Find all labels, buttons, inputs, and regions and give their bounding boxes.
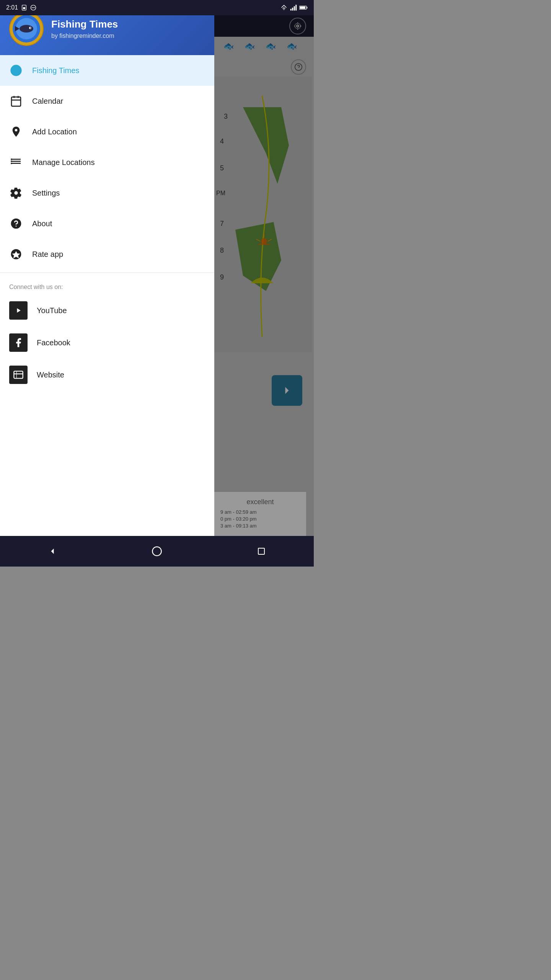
menu-item-manage-locations[interactable]: Manage Locations [0,147,214,178]
gear-icon [9,186,23,200]
website-icon [13,369,24,380]
connect-label: Connect with us on: [9,284,205,291]
svg-point-45 [11,163,12,164]
svg-marker-50 [17,308,21,313]
sim-card-icon [21,5,27,11]
svg-rect-6 [294,6,295,10]
svg-point-47 [16,225,17,227]
youtube-icon [13,305,24,316]
signal-icon [290,5,297,11]
app-title: Fishing Times [51,18,118,30]
svg-marker-54 [51,549,54,554]
wifi-icon [280,5,288,11]
clock-icon [9,64,23,77]
svg-rect-10 [300,7,305,9]
menu-item-fishing-times[interactable]: Fishing Times [0,55,214,86]
menu-item-rate-app[interactable]: Rate app [0,239,214,270]
youtube-label: YouTube [37,306,67,315]
status-bar-left: 2:01 [6,4,36,11]
svg-rect-5 [292,8,293,11]
rate-app-label: Rate app [32,250,63,259]
svg-rect-56 [258,548,264,554]
facebook-label: Facebook [37,338,70,347]
menu-item-calendar[interactable]: Calendar [0,86,214,116]
app-info: Fishing Times by fishingreminder.com [51,18,118,39]
svg-rect-51 [14,371,23,379]
help-circle-icon [9,217,23,230]
menu-item-settings[interactable]: Settings [0,178,214,208]
svg-point-43 [11,158,12,160]
calendar-icon [9,94,23,108]
drawer-divider [0,273,214,273]
back-button[interactable] [41,540,64,563]
social-item-youtube[interactable]: YouTube [9,294,205,327]
facebook-icon [13,337,24,348]
battery-icon [299,5,308,10]
svg-point-39 [15,129,18,132]
svg-rect-35 [11,97,21,106]
website-icon-box [9,366,28,384]
star-icon [9,247,23,261]
youtube-icon-box [9,301,28,320]
list-icon [9,155,23,169]
do-not-disturb-icon [30,5,36,11]
app-logo [9,11,44,46]
website-label: Website [37,371,64,379]
fishing-times-label: Fishing Times [32,66,79,75]
drawer-body: Fishing Times Calendar Add [0,55,214,567]
manage-locations-label: Manage Locations [32,158,95,167]
svg-rect-7 [295,5,297,11]
connect-section: Connect with us on: YouTube Facebook [0,276,214,395]
about-label: About [32,219,52,228]
menu-item-about[interactable]: About [0,208,214,239]
navigation-drawer: Fishing Times by fishingreminder.com Fis… [0,0,214,567]
svg-rect-4 [290,9,292,11]
svg-point-31 [20,25,33,33]
social-item-facebook[interactable]: Facebook [9,327,205,359]
status-time: 2:01 [6,4,18,11]
svg-point-33 [30,28,31,29]
svg-rect-9 [306,7,307,8]
menu-item-add-location[interactable]: Add Location [0,116,214,147]
bottom-navigation [0,536,314,567]
svg-point-55 [152,547,161,555]
facebook-icon-box [9,333,28,352]
status-bar: 2:01 [0,0,314,15]
svg-rect-1 [23,7,25,9]
status-bar-right [280,5,308,11]
settings-label: Settings [32,189,60,198]
social-item-website[interactable]: Website [9,359,205,391]
calendar-label: Calendar [32,97,63,106]
home-button[interactable] [145,540,168,563]
app-subtitle: by fishingreminder.com [51,33,118,39]
location-pin-icon [9,125,23,139]
recent-apps-button[interactable] [250,540,273,563]
add-location-label: Add Location [32,127,77,136]
svg-point-44 [11,160,12,162]
